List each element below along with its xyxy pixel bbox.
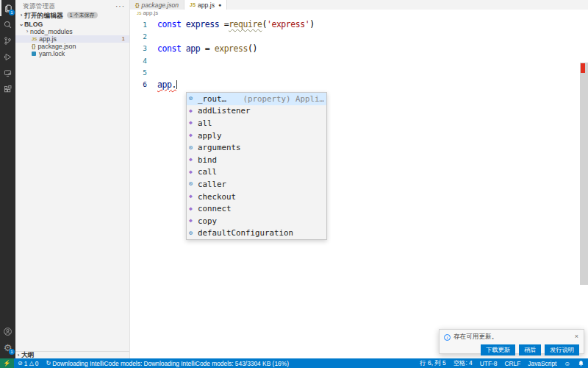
suggest-label: checkout [198, 192, 236, 202]
method-kind-icon: ◆ [189, 132, 198, 139]
suggest-item-all[interactable]: ◆all [187, 117, 326, 130]
explorer-badge: 1 [9, 10, 15, 15]
yarn-file-icon [32, 52, 36, 56]
suggest-item-bind[interactable]: ◆bind [187, 154, 326, 166]
code-line-6[interactable]: 6app. [130, 78, 588, 90]
method-kind-icon: ◆ [189, 156, 198, 163]
json-file-icon: {} [32, 43, 35, 50]
json-file-icon: {} [135, 2, 139, 7]
settings-gear-icon[interactable]: ⚙ 1 [0, 339, 15, 355]
overview-error-marker [581, 63, 585, 73]
suggest-item-defaultconfiguration[interactable]: ⚙defaultConfiguration [187, 227, 326, 240]
suggest-label: all [198, 118, 212, 128]
problems-indicator[interactable]: ⊘ 1 △ 0 [14, 358, 43, 368]
explorer-sidebar: 资源管理器 ··· › 打开的编辑器 1 个未保存 ⌄BLOG›node_mod… [15, 0, 130, 358]
tree-item-label: node_modules [30, 28, 73, 35]
tree-item-yarn-lock[interactable]: yarn.lock [15, 50, 129, 57]
remote-explorer-icon[interactable] [0, 65, 15, 81]
suggest-label: _rout… [198, 94, 226, 104]
suggest-item-arguments[interactable]: ⚙arguments [187, 141, 326, 154]
tree-item-label: BLOG [24, 21, 43, 28]
sidebar-header: 资源管理器 ··· [15, 0, 129, 11]
suggest-detail: (property) Appli… [243, 94, 324, 104]
property-kind-icon: ⚙ [189, 144, 198, 152]
suggest-item-call[interactable]: ◆call [187, 166, 326, 179]
close-icon[interactable]: × [573, 333, 580, 340]
open-editors-section[interactable]: › 打开的编辑器 1 个未保存 [15, 11, 129, 19]
download-update-button[interactable]: 下载更新 [481, 344, 515, 355]
more-actions-icon[interactable]: ··· [115, 2, 125, 10]
tree-item-label: app.js [39, 35, 56, 43]
run-debug-icon[interactable] [0, 49, 15, 65]
scrollbar-slider[interactable] [580, 63, 588, 285]
line-number: 2 [130, 32, 157, 40]
encoding[interactable]: UTF-8 [476, 358, 501, 368]
modified-dot-icon[interactable]: ● [218, 2, 221, 7]
suggest-item-copy[interactable]: ◆copy [187, 215, 326, 227]
method-kind-icon: ◆ [189, 205, 198, 213]
suggest-item-caller[interactable]: ⚙caller [187, 178, 326, 191]
line-number: 4 [130, 57, 157, 65]
sync-icon: ↻ [46, 360, 51, 367]
line-number: 6 [130, 80, 157, 88]
suggest-item-checkout[interactable]: ◆checkout [187, 191, 326, 203]
intellicode-download-status[interactable]: ↻ Downloading IntelliCode models: Downlo… [43, 358, 293, 368]
extensions-icon[interactable] [0, 81, 15, 97]
breadcrumb[interactable]: JS app.js [130, 10, 588, 16]
code-line-2[interactable]: 2 [130, 30, 588, 42]
code-editor[interactable]: 1const express =require('express')23cons… [130, 16, 588, 91]
language-mode[interactable]: JavaScript [524, 358, 560, 368]
tree-item-label: yarn.lock [39, 50, 65, 57]
method-kind-icon: ◆ [189, 119, 198, 127]
error-count: 1 [24, 360, 28, 367]
suggest-label: connect [198, 204, 232, 213]
chevron-icon: ⌄ [18, 21, 24, 28]
code-text: const app = express() [157, 43, 257, 54]
tab-package-json[interactable]: {} package.json [130, 0, 184, 10]
outline-section[interactable]: › 大纲 [15, 351, 129, 358]
tree-item-blog[interactable]: ⌄BLOG [15, 21, 129, 28]
suggest-label: copy [198, 216, 217, 226]
suggest-label: caller [198, 180, 226, 189]
js-file-icon: JS [190, 2, 196, 7]
suggest-item-apply[interactable]: ◆apply [187, 130, 326, 142]
method-kind-icon: ◆ [189, 217, 198, 224]
chevron-right-icon: › [15, 352, 21, 358]
remote-indicator[interactable]: ⚡ [0, 358, 14, 368]
js-file-icon: JS [137, 11, 141, 15]
suggest-item-connect[interactable]: ◆connect [187, 202, 326, 215]
status-bar: ⚡ ⊘ 1 △ 0 ↻ Downloading IntelliCode mode… [0, 358, 588, 368]
tree-item-package-json[interactable]: {}package.json [15, 43, 129, 50]
code-line-5[interactable]: 5 [130, 66, 588, 78]
code-line-3[interactable]: 3const app = express() [130, 43, 588, 54]
update-notification: i 存在可用更新。 × 下载更新 稍后 发行说明 [439, 329, 584, 354]
warning-count: 0 [35, 360, 39, 367]
suggest-list: ⚙_rout…(property) Appli…◆addListener◆all… [187, 93, 326, 239]
explorer-icon[interactable]: 1 [0, 0, 15, 16]
code-text: app. [157, 79, 176, 90]
code-line-4[interactable]: 4 [130, 54, 588, 66]
feedback-smiley-icon[interactable]: ☺ [560, 358, 574, 368]
cursor-position[interactable]: 行 6, 列 5 [416, 358, 449, 368]
suggest-item-_rout[interactable]: ⚙_rout…(property) Appli… [187, 93, 326, 105]
suggest-label: defaultConfiguration [198, 228, 293, 238]
suggest-label: call [198, 167, 217, 177]
download-text: Downloading IntelliCode models: Download… [52, 360, 289, 367]
indentation[interactable]: 空格: 4 [450, 358, 476, 368]
file-tree: ⌄BLOG›node_modulesJSapp.js1{}package.jso… [15, 21, 129, 57]
eol-sequence[interactable]: CRLF [501, 358, 524, 368]
search-icon[interactable] [0, 16, 15, 32]
tab-app-js[interactable]: JS app.js ● [184, 0, 227, 10]
notifications-bell-icon[interactable] [574, 358, 588, 368]
code-line-1[interactable]: 1const express =require('express') [130, 18, 588, 30]
source-control-icon[interactable] [0, 32, 15, 49]
account-icon[interactable] [0, 323, 15, 339]
js-file-icon: JS [32, 35, 37, 43]
tree-item-node-modules[interactable]: ›node_modules [15, 28, 129, 35]
release-notes-button[interactable]: 发行说明 [545, 344, 579, 355]
suggest-item-addlistener[interactable]: ◆addListener [187, 105, 326, 118]
later-button[interactable]: 稍后 [519, 344, 541, 355]
unsaved-badge: 1 个未保存 [67, 12, 98, 18]
text-cursor [176, 80, 177, 89]
tree-item-app-js[interactable]: JSapp.js1 [15, 35, 129, 43]
